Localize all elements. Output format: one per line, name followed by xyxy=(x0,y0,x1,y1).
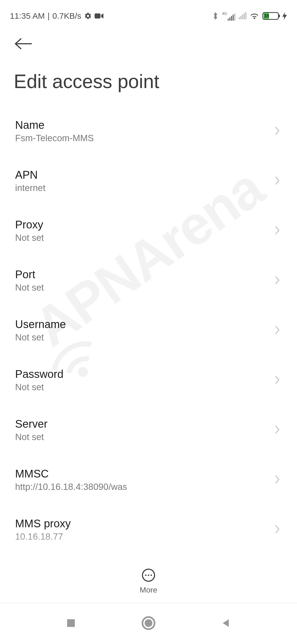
battery-icon: 38 xyxy=(262,12,279,20)
apn-field-port[interactable]: Port Not set xyxy=(0,256,297,305)
status-time: 11:35 AM xyxy=(10,11,45,21)
status-bar-right: 4G 38 xyxy=(212,11,287,21)
apn-field-password[interactable]: Password Not set xyxy=(0,355,297,405)
chevron-right-icon xyxy=(274,275,280,287)
navigation-bar xyxy=(0,603,297,644)
row-label: APN xyxy=(15,169,45,181)
svg-rect-0 xyxy=(95,13,100,19)
chevron-right-icon xyxy=(274,524,280,536)
svg-point-8 xyxy=(145,619,152,627)
circle-icon xyxy=(141,616,156,630)
row-value: Fsm-Telecom-MMS xyxy=(15,133,94,143)
row-value: Not set xyxy=(15,282,44,293)
apn-field-apn[interactable]: APN internet xyxy=(0,156,297,206)
cellular-signal-1-icon: 4G xyxy=(222,11,235,21)
row-value: Not set xyxy=(15,432,48,442)
apn-field-mms-proxy[interactable]: MMS proxy 10.16.18.77 xyxy=(0,505,297,555)
arrow-left-icon xyxy=(14,37,33,50)
svg-point-5 xyxy=(151,575,152,576)
row-label: Username xyxy=(15,318,66,331)
status-divider: | xyxy=(48,11,50,21)
row-label: Name xyxy=(15,119,94,131)
nav-home-button[interactable] xyxy=(141,616,156,631)
more-label: More xyxy=(140,586,157,594)
chevron-right-icon xyxy=(274,324,280,337)
row-label: Proxy xyxy=(15,219,44,231)
apn-settings-list: Name Fsm-Telecom-MMS APN internet Proxy … xyxy=(0,95,297,555)
status-bar-left: 11:35 AM | 0.7KB/s xyxy=(10,11,103,21)
row-label: MMS proxy xyxy=(15,517,71,530)
row-value: internet xyxy=(15,183,45,193)
status-bar: 11:35 AM | 0.7KB/s 4G 38 xyxy=(0,0,297,26)
nav-back-button[interactable] xyxy=(221,618,232,630)
apn-field-mmsc[interactable]: MMSC http://10.16.18.4:38090/was xyxy=(0,455,297,505)
row-value: Not set xyxy=(15,382,64,392)
cellular-signal-2-icon xyxy=(239,13,246,19)
row-label: MMSC xyxy=(15,468,127,480)
row-value: http://10.16.18.4:38090/was xyxy=(15,482,127,492)
nav-recent-apps-button[interactable] xyxy=(65,618,76,630)
row-label: Server xyxy=(15,418,48,430)
apn-field-name[interactable]: Name Fsm-Telecom-MMS xyxy=(0,106,297,156)
charging-bolt-icon xyxy=(282,12,287,20)
chevron-right-icon xyxy=(274,374,280,386)
bluetooth-icon xyxy=(212,12,219,20)
svg-point-3 xyxy=(145,575,147,576)
triangle-left-icon xyxy=(221,618,232,629)
chevron-right-icon xyxy=(274,125,280,137)
square-icon xyxy=(65,618,76,629)
chevron-right-icon xyxy=(274,175,280,187)
svg-point-4 xyxy=(148,575,149,576)
video-icon xyxy=(95,13,103,19)
apn-field-username[interactable]: Username Not set xyxy=(0,305,297,355)
settings-icon xyxy=(84,12,92,20)
back-button[interactable] xyxy=(14,37,283,51)
row-value: Not set xyxy=(15,233,44,243)
svg-rect-6 xyxy=(67,619,75,627)
apn-field-proxy[interactable]: Proxy Not set xyxy=(0,206,297,256)
wifi-icon xyxy=(250,12,259,20)
more-button[interactable]: More xyxy=(0,568,297,594)
page-title: Edit access point xyxy=(0,51,297,95)
chevron-right-icon xyxy=(274,424,280,436)
more-icon xyxy=(141,568,156,583)
row-value: 10.16.18.77 xyxy=(15,531,71,542)
header xyxy=(0,26,297,51)
row-label: Password xyxy=(15,368,64,380)
chevron-right-icon xyxy=(274,225,280,237)
row-label: Port xyxy=(15,268,44,281)
apn-field-server[interactable]: Server Not set xyxy=(0,405,297,455)
row-value: Not set xyxy=(15,332,66,343)
status-data-rate: 0.7KB/s xyxy=(53,11,81,21)
chevron-right-icon xyxy=(274,474,280,486)
